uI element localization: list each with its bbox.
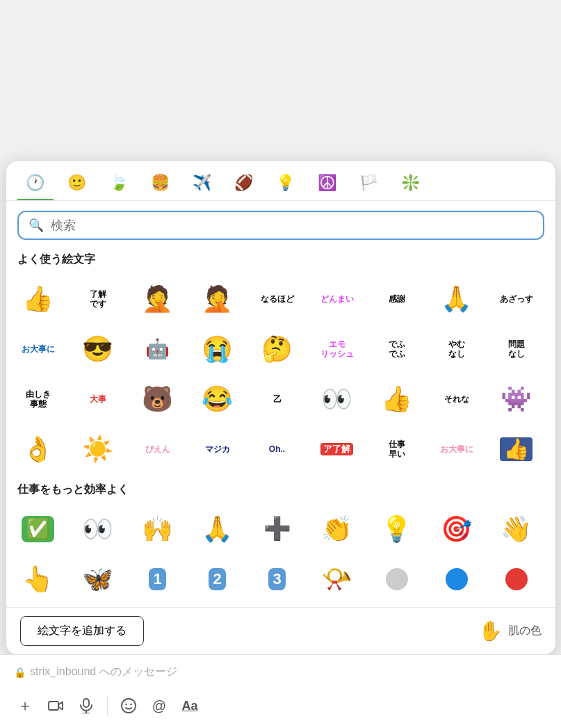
list-item[interactable]: 😎	[72, 324, 124, 374]
list-item[interactable]: 🦋	[72, 554, 124, 604]
list-item[interactable]: 1	[131, 554, 184, 604]
list-item[interactable]: 👆	[12, 554, 65, 604]
list-item[interactable]: やむなし	[430, 324, 483, 374]
message-toolbar: ＋ @	[0, 686, 561, 728]
emoji-button[interactable]	[115, 692, 143, 720]
video-button[interactable]	[42, 692, 70, 720]
list-item[interactable]: どんまい	[311, 274, 364, 324]
list-item[interactable]: でふでふ	[371, 324, 423, 374]
list-item[interactable]: 🙌	[131, 504, 184, 554]
list-item[interactable]: 2	[191, 554, 244, 604]
list-item[interactable]: 🤔	[251, 324, 304, 374]
tab-face[interactable]: 🙂	[59, 170, 95, 200]
list-item[interactable]: 👏	[311, 504, 364, 554]
list-item[interactable]: エモリッシュ	[311, 324, 364, 374]
list-item[interactable]: 👍	[12, 274, 65, 324]
tab-travel[interactable]: ✈️	[184, 170, 220, 200]
mic-icon	[80, 698, 92, 713]
tab-sports[interactable]: 🏈	[226, 170, 262, 200]
svg-rect-1	[83, 699, 89, 707]
list-item[interactable]: 😭	[191, 324, 244, 374]
text-format-icon: Aa	[181, 699, 197, 713]
list-item[interactable]: それな	[430, 374, 483, 424]
list-item[interactable]: 感謝	[371, 274, 423, 324]
list-item[interactable]	[430, 554, 483, 604]
list-item[interactable]: ✅	[12, 504, 65, 554]
list-item[interactable]: 👾	[490, 374, 543, 424]
svg-point-5	[125, 704, 127, 705]
work-emojis-grid: ✅ 👀 🙌 🙏 ➕ 👏 💡 🎯 👋 👆 🦋 1 2 3 📯	[6, 501, 555, 607]
video-icon	[48, 699, 63, 712]
list-item[interactable]: 🙏	[191, 504, 244, 554]
list-item[interactable]: 問題なし	[490, 324, 543, 374]
tab-symbols[interactable]: ☮️	[309, 170, 345, 200]
list-item[interactable]: 👀	[72, 504, 124, 554]
plus-icon: ＋	[17, 695, 33, 716]
list-item[interactable]: あざっす	[490, 274, 543, 324]
list-item[interactable]: マジカ	[191, 424, 244, 474]
tab-objects[interactable]: 💡	[268, 170, 304, 200]
search-input[interactable]	[51, 218, 533, 233]
list-item[interactable]: お大事に	[12, 324, 65, 374]
emoji-icon	[121, 698, 136, 713]
message-placeholder: strix_inbound へのメッセージ	[30, 665, 177, 679]
list-item[interactable]: 乙	[251, 374, 304, 424]
lock-icon: 🔒	[14, 667, 26, 678]
list-item[interactable]: 😂	[191, 374, 244, 424]
list-item[interactable]: 🎯	[430, 504, 483, 554]
attach-button[interactable]: ＋	[11, 692, 39, 720]
mic-button[interactable]	[72, 692, 100, 720]
list-item[interactable]: 👌	[12, 424, 65, 474]
list-item[interactable]: Oh..	[251, 424, 304, 474]
list-item[interactable]: ア了解	[311, 424, 364, 474]
list-item[interactable]: お大事に	[430, 424, 483, 474]
search-area: 🔍	[6, 201, 555, 247]
list-item[interactable]: 👍	[371, 374, 423, 424]
list-item[interactable]: 🤖	[131, 324, 184, 374]
list-item[interactable]: 仕事早い	[371, 424, 423, 474]
section1-label: よく使う絵文字	[6, 247, 555, 271]
list-item[interactable]: 🤦	[191, 274, 244, 324]
list-item[interactable]	[371, 554, 423, 604]
category-tabs: 🕐 🙂 🍃 🍔 ✈️ 🏈 💡 ☮️ 🏳️ ❇️	[6, 161, 555, 201]
list-item[interactable]: 👍	[490, 424, 543, 474]
list-item[interactable]: 🐻	[131, 374, 184, 424]
frequent-emojis-grid: 👍 了解です 🤦 🤦 なるほど どんまい 感謝 🙏 あざっす お大事に 😎 🤖 …	[6, 271, 555, 477]
list-item[interactable]: 🙏	[430, 274, 483, 324]
list-item[interactable]: 大事	[72, 374, 124, 424]
list-item[interactable]	[490, 554, 543, 604]
tab-recent[interactable]: 🕐	[17, 170, 54, 200]
list-item[interactable]: 👋	[490, 504, 543, 554]
toolbar-divider	[107, 696, 108, 715]
tab-food[interactable]: 🍔	[143, 170, 179, 200]
list-item[interactable]: 3	[251, 554, 304, 604]
list-item[interactable]: 🤦	[131, 274, 184, 324]
list-item[interactable]: 由しき事態	[12, 374, 65, 424]
list-item[interactable]: なるほど	[251, 274, 304, 324]
list-item[interactable]: 💡	[371, 504, 423, 554]
skin-tone-icon: ✋	[478, 620, 503, 642]
list-item[interactable]: 👀	[311, 374, 364, 424]
list-item[interactable]: 📯	[311, 554, 364, 604]
emoji-picker: 🕐 🙂 🍃 🍔 ✈️ 🏈 💡 ☮️ 🏳️ ❇️ 🔍 よく使う絵文字 👍 了解です…	[6, 161, 555, 654]
at-icon: @	[152, 698, 166, 714]
text-format-button[interactable]: Aa	[176, 692, 204, 720]
tab-flags[interactable]: 🏳️	[351, 170, 387, 200]
skin-tone-label: 肌の色	[508, 624, 542, 638]
at-button[interactable]: @	[145, 692, 173, 720]
search-icon: 🔍	[29, 218, 44, 233]
list-item[interactable]: ➕	[251, 504, 304, 554]
svg-point-6	[130, 704, 131, 705]
message-area: 🔒 strix_inbound へのメッセージ ＋	[0, 654, 561, 728]
skin-tone-selector[interactable]: ✋ 肌の色	[478, 620, 542, 642]
tab-nature[interactable]: 🍃	[101, 170, 137, 200]
svg-point-4	[122, 699, 136, 713]
list-item[interactable]: ☀️	[72, 424, 124, 474]
bottom-bar: 絵文字を追加する ✋ 肌の色	[6, 607, 555, 654]
tab-custom[interactable]: ❇️	[393, 170, 429, 200]
add-emoji-button[interactable]: 絵文字を追加する	[20, 616, 144, 646]
list-item[interactable]: ぴえん	[131, 424, 184, 474]
search-box: 🔍	[17, 211, 544, 240]
list-item[interactable]: 了解です	[72, 274, 124, 324]
svg-rect-0	[49, 702, 58, 710]
